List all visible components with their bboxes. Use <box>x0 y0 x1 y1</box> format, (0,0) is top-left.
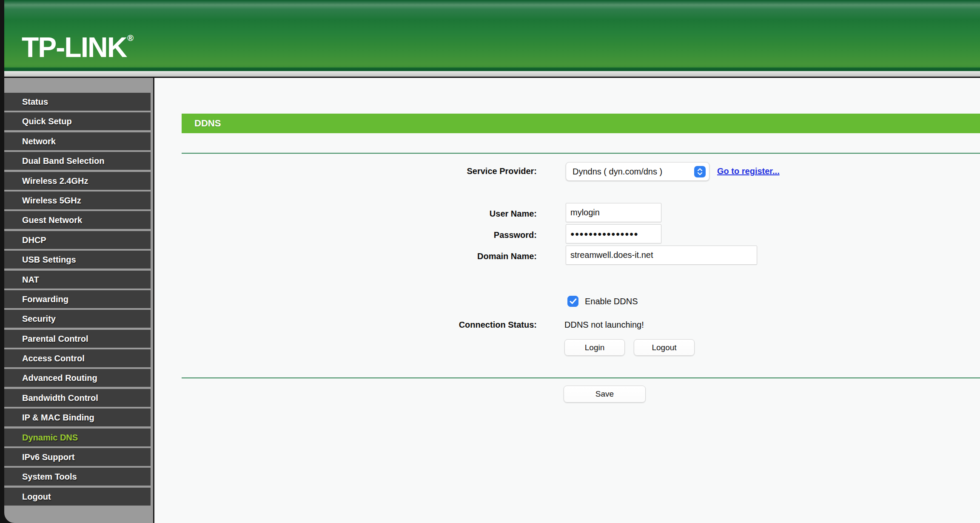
section-divider-bottom <box>182 377 980 379</box>
go-to-register-link[interactable]: Go to register... <box>717 166 780 177</box>
sidebar-item-label: Status <box>22 97 48 106</box>
sidebar-item-parental-control[interactable]: Parental Control <box>4 330 151 348</box>
sidebar-item-label: Dynamic DNS <box>22 433 78 442</box>
connection-status-value: DDNS not launching! <box>564 319 644 331</box>
logout-button[interactable]: Logout <box>634 339 695 356</box>
password-label: Password: <box>154 229 537 241</box>
section-divider-top <box>182 153 980 154</box>
brand-header: TP-LINK® <box>4 0 980 71</box>
sidebar-item-label: Bandwidth Control <box>22 393 98 403</box>
login-button[interactable]: Login <box>564 339 625 356</box>
page-title: DDNS <box>194 118 221 129</box>
sidebar-item-dual-band-selection[interactable]: Dual Band Selection <box>4 152 151 170</box>
sidebar-item-label: Access Control <box>22 354 85 363</box>
sidebar-item-bandwidth-control[interactable]: Bandwidth Control <box>4 389 151 407</box>
sidebar-item-logout[interactable]: Logout <box>4 488 151 506</box>
left-edge-strip <box>0 0 4 523</box>
sidebar-item-label: Parental Control <box>22 334 88 343</box>
sidebar-item-label: Advanced Routing <box>22 373 97 383</box>
tplink-logo: TP-LINK® <box>22 24 134 61</box>
domain-name-label: Domain Name: <box>154 250 537 262</box>
domain-name-input[interactable] <box>566 246 757 265</box>
sidebar-item-label: NAT <box>22 275 39 284</box>
registered-mark: ® <box>127 33 134 43</box>
sidebar-item-access-control[interactable]: Access Control <box>4 349 151 367</box>
sidebar-item-label: IP & MAC Binding <box>22 413 94 422</box>
select-chevrons-icon <box>694 166 706 177</box>
sidebar-item-nat[interactable]: NAT <box>4 271 151 289</box>
sidebar-item-label: USB Settings <box>22 255 76 264</box>
user-name-input[interactable] <box>566 203 661 222</box>
sidebar-menu: StatusQuick SetupNetworkDual Band Select… <box>4 78 154 523</box>
sidebar-item-label: Forwarding <box>22 294 68 304</box>
service-provider-select[interactable]: Dyndns ( dyn.com/dns ) <box>566 162 709 181</box>
sidebar-item-security[interactable]: Security <box>4 310 151 328</box>
sidebar-item-usb-settings[interactable]: USB Settings <box>4 251 151 269</box>
service-provider-selected-value: Dyndns ( dyn.com/dns ) <box>566 167 694 177</box>
sidebar-item-label: IPv6 Support <box>22 452 74 462</box>
save-button[interactable]: Save <box>564 386 646 403</box>
router-admin-screen: TP-LINK® StatusQuick SetupNetworkDual Ba… <box>0 0 980 523</box>
sidebar-item-wireless-24ghz[interactable]: Wireless 2.4GHz <box>4 172 151 190</box>
enable-ddns-checkbox[interactable] <box>567 296 578 307</box>
sidebar-item-status[interactable]: Status <box>4 93 151 111</box>
sidebar-item-forwarding[interactable]: Forwarding <box>4 290 151 308</box>
sidebar-item-label: DHCP <box>22 235 46 245</box>
sidebar-item-wireless-5ghz[interactable]: Wireless 5GHz <box>4 191 151 209</box>
sidebar-item-quick-setup[interactable]: Quick Setup <box>4 112 151 130</box>
connection-status-label: Connection Status: <box>154 319 537 331</box>
sidebar-item-dynamic-dns[interactable]: Dynamic DNS <box>4 429 151 446</box>
sidebar-item-ip-mac-binding[interactable]: IP & MAC Binding <box>4 409 151 426</box>
header-divider-strip <box>4 71 980 77</box>
user-name-label: User Name: <box>154 208 537 220</box>
sidebar-item-label: Dual Band Selection <box>22 156 104 166</box>
tplink-logo-text: TP-LINK <box>22 31 126 63</box>
sidebar-item-label: Logout <box>22 492 51 501</box>
password-input[interactable] <box>566 224 661 243</box>
sidebar-item-label: Security <box>22 314 56 323</box>
service-provider-label: Service Provider: <box>154 165 537 177</box>
page-title-bar: DDNS <box>182 114 980 133</box>
sidebar-item-system-tools[interactable]: System Tools <box>4 468 151 486</box>
enable-ddns-label[interactable]: Enable DDNS <box>585 296 638 307</box>
sidebar-item-label: Network <box>22 137 56 146</box>
main-content: DDNS Service Provider: Dyndns ( dyn.com/… <box>154 78 980 523</box>
sidebar-item-label: Quick Setup <box>22 117 72 126</box>
checkmark-icon <box>570 298 577 304</box>
sidebar-item-label: System Tools <box>22 472 77 481</box>
sidebar-item-guest-network[interactable]: Guest Network <box>4 211 151 229</box>
sidebar-item-label: Guest Network <box>22 215 82 225</box>
sidebar-item-advanced-routing[interactable]: Advanced Routing <box>4 369 151 387</box>
sidebar-item-ipv6-support[interactable]: IPv6 Support <box>4 448 151 466</box>
sidebar-item-label: Wireless 5GHz <box>22 196 81 205</box>
sidebar-item-label: Wireless 2.4GHz <box>22 176 88 186</box>
sidebar-item-dhcp[interactable]: DHCP <box>4 231 151 249</box>
sidebar-item-network[interactable]: Network <box>4 132 151 150</box>
